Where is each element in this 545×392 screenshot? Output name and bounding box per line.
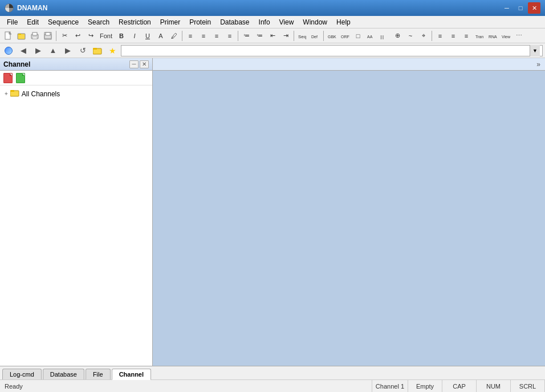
graph-btn[interactable]: □ — [352, 30, 364, 42]
new-button[interactable] — [2, 30, 15, 42]
seq-btn2[interactable]: Def — [309, 30, 322, 42]
status-channel-text: Channel 1 — [376, 383, 404, 390]
list2-button[interactable]: ≔ — [253, 30, 266, 42]
minimize-button[interactable]: ─ — [501, 2, 513, 14]
close-button[interactable]: ✕ — [528, 2, 540, 14]
reload-button[interactable]: ↺ — [76, 44, 89, 57]
align-left-button[interactable]: ≡ — [184, 30, 197, 42]
title-controls: ─ □ ✕ — [501, 2, 540, 14]
app-icon — [5, 3, 14, 13]
cut-button[interactable]: ✂ — [58, 30, 71, 42]
favorites-button[interactable]: ★ — [106, 44, 119, 57]
up-button[interactable]: ▲ — [47, 44, 59, 57]
star-icon: ★ — [109, 46, 116, 55]
menu-file[interactable]: File — [2, 17, 22, 28]
svg-text:|||: ||| — [380, 34, 384, 39]
folder-button[interactable] — [91, 44, 104, 57]
main-layout: Channel ─ ✕ + All Channels — [0, 58, 545, 366]
menu-restriction[interactable]: Restriction — [114, 17, 156, 28]
misc-btn2[interactable]: ⊕ — [391, 30, 404, 42]
workspace[interactable] — [153, 71, 545, 366]
globe-icon — [5, 47, 13, 55]
forward-button[interactable]: ▶ — [32, 44, 44, 57]
svg-text:RNA: RNA — [489, 35, 497, 39]
bold-button[interactable]: B — [115, 30, 128, 42]
status-num: NUM — [477, 380, 511, 392]
highlight-button[interactable]: 🖊 — [168, 30, 180, 42]
menu-database[interactable]: Database — [215, 17, 254, 28]
navigation-combobox[interactable]: ▼ — [121, 45, 543, 56]
tab-log-cmd[interactable]: Log-cmd — [2, 369, 42, 379]
misc-btn5[interactable]: ≡ — [434, 30, 446, 42]
expand-button[interactable]: » — [534, 60, 543, 68]
all-channels-label: All Channels — [22, 90, 60, 98]
misc-btn11[interactable]: ⋯ — [513, 30, 525, 42]
misc-btn9[interactable]: RNA — [486, 30, 499, 42]
align-center-button[interactable]: ≡ — [197, 30, 210, 42]
print2-button[interactable] — [42, 30, 54, 42]
forward2-button[interactable]: ▶ — [62, 44, 74, 57]
tree-expand-icon: + — [5, 91, 8, 97]
misc-btn3[interactable]: ~ — [404, 30, 417, 42]
font-color-button[interactable]: A — [154, 30, 167, 42]
tab-database[interactable]: Database — [43, 369, 84, 379]
svg-rect-5 — [32, 37, 37, 39]
misc-btn4[interactable]: ⌖ — [417, 30, 430, 42]
panel-close-button[interactable]: ✕ — [140, 60, 149, 68]
globe-button[interactable] — [2, 44, 15, 57]
tab-channel[interactable]: Channel — [112, 369, 151, 380]
panel-new-file-btn[interactable] — [2, 72, 14, 84]
align-right-button[interactable]: ≡ — [210, 30, 223, 42]
menu-view[interactable]: View — [275, 17, 299, 28]
svg-text:Tran: Tran — [475, 35, 483, 39]
panel-container: Channel ─ ✕ + All Channels — [0, 58, 153, 366]
seq-btn1[interactable]: Seq — [296, 30, 308, 42]
justify-button[interactable]: ≡ — [223, 30, 236, 42]
italic-button[interactable]: I — [128, 30, 141, 42]
misc-btn8[interactable]: Tran — [473, 30, 486, 42]
menu-sequence[interactable]: Sequence — [43, 17, 83, 28]
tree-item-all-channels[interactable]: + All Channels — [2, 88, 150, 100]
feat-btn[interactable]: GBK — [326, 30, 338, 42]
menu-window[interactable]: Window — [298, 17, 332, 28]
open-file-green-icon — [16, 73, 25, 83]
feat-btn2[interactable]: ORF — [339, 30, 351, 42]
status-ready-text: Ready — [5, 383, 23, 390]
misc-btn10[interactable]: View — [499, 30, 512, 42]
title-text: DNAMAN — [17, 4, 47, 12]
misc-btn1[interactable]: ||| — [378, 30, 391, 42]
panel-pin-button[interactable]: ─ — [129, 60, 139, 68]
address-bar: ◀ ▶ ▲ ▶ ↺ ★ ▼ — [0, 43, 545, 58]
menu-protein[interactable]: Protein — [185, 17, 215, 28]
misc-btn6[interactable]: ≡ — [447, 30, 459, 42]
menu-help[interactable]: Help — [332, 17, 355, 28]
redo-button[interactable]: ↪ — [84, 30, 97, 42]
svg-text:Def: Def — [311, 35, 318, 39]
list1-button[interactable]: ≔ — [240, 30, 253, 42]
svg-text:Seq: Seq — [298, 34, 306, 39]
menu-info[interactable]: Info — [254, 17, 275, 28]
inc-indent-button[interactable]: ⇥ — [279, 30, 292, 42]
status-cap-text: CAP — [453, 383, 466, 390]
print-button[interactable] — [29, 30, 41, 42]
aa-btn[interactable]: AA — [365, 30, 377, 42]
tab-file[interactable]: File — [86, 369, 111, 379]
open-button[interactable] — [15, 30, 28, 42]
back-button[interactable]: ◀ — [17, 44, 30, 57]
svg-text:AA: AA — [367, 35, 373, 39]
maximize-button[interactable]: □ — [514, 2, 527, 14]
misc-btn7[interactable]: ≡ — [460, 30, 473, 42]
combo-arrow[interactable]: ▼ — [530, 45, 540, 56]
dec-indent-button[interactable]: ⇤ — [266, 30, 279, 42]
status-channel: Channel 1 — [372, 380, 408, 392]
menu-search[interactable]: Search — [83, 17, 114, 28]
status-ready: Ready — [0, 380, 372, 392]
underline-button[interactable]: U — [141, 30, 154, 42]
menu-edit[interactable]: Edit — [22, 17, 43, 28]
panel-open-file-btn[interactable] — [15, 72, 26, 84]
status-empty-text: Empty — [416, 383, 434, 390]
menu-primer[interactable]: Primer — [156, 17, 185, 28]
undo-button[interactable]: ↩ — [71, 30, 84, 42]
svg-text:View: View — [502, 35, 510, 39]
panel-header: Channel ─ ✕ — [0, 58, 152, 71]
